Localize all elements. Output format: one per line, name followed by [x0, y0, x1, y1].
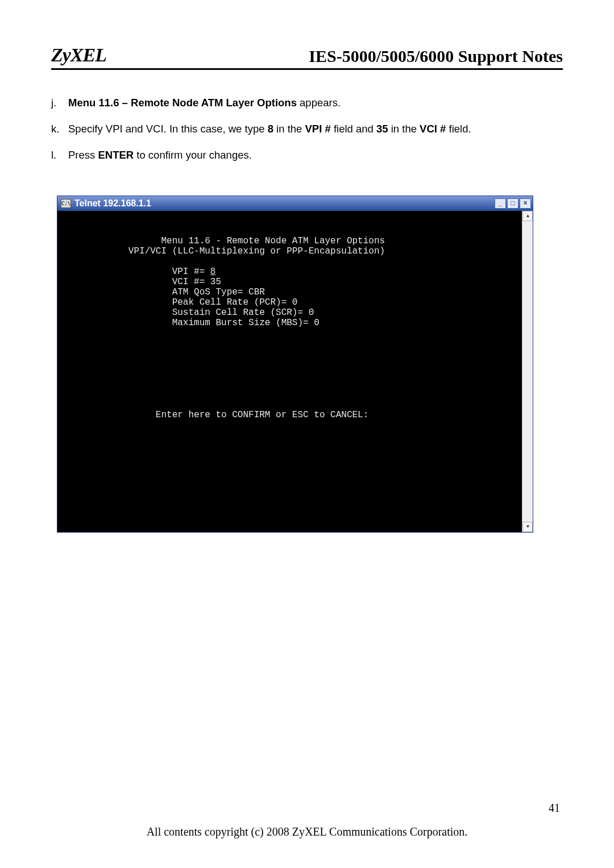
terminal-text: Menu 11.6 - Remote Node ATM Layer Option… — [57, 211, 522, 420]
cmd-icon: C:\ — [61, 199, 71, 208]
line-vpi-label: VPI #= — [57, 267, 210, 277]
line-confirm: Enter here to CONFIRM or ESC to CANCEL: — [57, 410, 368, 420]
minimize-button[interactable]: _ — [495, 198, 506, 209]
step-l: l. Press ENTER to confirm your changes. — [51, 147, 563, 163]
page-header: ZyXEL IES-5000/5005/6000 Support Notes — [51, 44, 563, 70]
line-mbs: Maximum Burst Size (MBS)= 0 — [57, 318, 320, 328]
brand-logo-text: ZyXEL — [51, 44, 106, 66]
t: ENTER — [98, 149, 134, 161]
t: VCI # — [420, 123, 446, 135]
scroll-track[interactable] — [522, 221, 533, 522]
terminal-inner[interactable]: Menu 11.6 - Remote Node ATM Layer Option… — [57, 211, 522, 532]
step-letter: l. — [51, 147, 68, 163]
t: 8 — [268, 123, 273, 135]
page-title: IES-5000/5005/6000 Support Notes — [309, 47, 563, 66]
step-text: Specify VPI and VCI. In this case, we ty… — [68, 121, 563, 137]
t: VPI # — [305, 123, 331, 135]
window-titlebar[interactable]: C:\ Telnet 192.168.1.1 _ □ × — [57, 196, 533, 211]
scroll-down-button[interactable]: ▾ — [522, 522, 533, 532]
t: in the — [388, 123, 420, 135]
window-title: Telnet 192.168.1.1 — [74, 198, 495, 209]
t: field and — [331, 123, 376, 135]
step-j-tail: appears. — [297, 97, 341, 109]
line-pcr: Peak Cell Rate (PCR)= 0 — [57, 297, 297, 308]
line-qos: ATM QoS Type= CBR — [57, 287, 265, 297]
line-scr: Sustain Cell Rate (SCR)= 0 — [57, 308, 314, 318]
close-button[interactable]: × — [520, 198, 531, 209]
terminal-body[interactable]: Menu 11.6 - Remote Node ATM Layer Option… — [57, 211, 533, 532]
copyright-footer: All contents copyright (c) 2008 ZyXEL Co… — [0, 825, 614, 838]
scroll-up-button[interactable]: ▴ — [522, 211, 533, 221]
step-j-bold: Menu 11.6 – Remote Node ATM Layer Option… — [68, 97, 297, 109]
step-letter: j. — [51, 95, 68, 111]
step-j: j. Menu 11.6 – Remote Node ATM Layer Opt… — [51, 95, 563, 111]
step-text: Menu 11.6 – Remote Node ATM Layer Option… — [68, 95, 563, 111]
vpi-value[interactable]: 8 — [210, 267, 216, 277]
t: field. — [446, 123, 471, 135]
step-k: k. Specify VPI and VCI. In this case, we… — [51, 121, 563, 137]
t: to confirm your changes. — [134, 149, 252, 161]
t: 35 — [376, 123, 388, 135]
line-menu-title: Menu 11.6 - Remote Node ATM Layer Option… — [57, 236, 385, 246]
t: Press — [68, 149, 98, 161]
line-vci: VCI #= 35 — [57, 277, 221, 287]
t: Specify VPI and VCI. In this case, we ty… — [68, 123, 268, 135]
instruction-list: j. Menu 11.6 – Remote Node ATM Layer Opt… — [51, 95, 563, 163]
line-menu-sub: VPI/VCI (LLC-Multiplexing or PPP-Encapsu… — [57, 246, 385, 256]
page-number: 41 — [549, 801, 560, 815]
maximize-button[interactable]: □ — [507, 198, 518, 209]
step-text: Press ENTER to confirm your changes. — [68, 147, 563, 163]
telnet-window: C:\ Telnet 192.168.1.1 _ □ × Menu 11.6 -… — [57, 196, 533, 533]
page: ZyXEL IES-5000/5005/6000 Support Notes j… — [0, 0, 614, 868]
t: in the — [273, 123, 305, 135]
window-controls: _ □ × — [495, 198, 531, 209]
scrollbar[interactable]: ▴ ▾ — [522, 211, 533, 532]
step-letter: k. — [51, 121, 68, 137]
